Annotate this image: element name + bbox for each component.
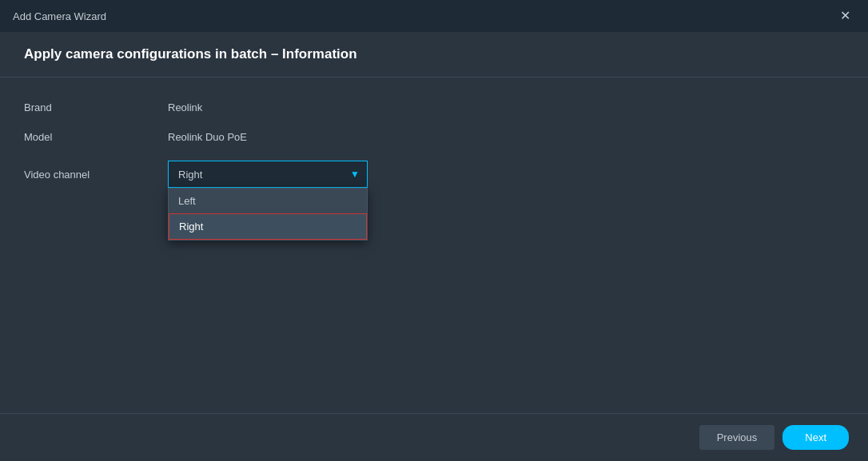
next-button[interactable]: Next [782, 425, 849, 450]
select-current-value: Right [178, 169, 202, 181]
dialog-title: Add Camera Wizard [13, 10, 106, 22]
model-row: Model Reolink Duo PoE [24, 131, 844, 143]
brand-label: Brand [24, 101, 168, 113]
chevron-down-icon: ▼ [350, 169, 360, 180]
close-button[interactable]: ✕ [835, 8, 855, 24]
form-content: Brand Reolink Model Reolink Duo PoE Vide… [0, 77, 868, 413]
model-label: Model [24, 131, 168, 143]
dropdown-option-left[interactable]: Left [169, 189, 367, 213]
model-value: Reolink Duo PoE [168, 131, 247, 143]
dropdown-option-right[interactable]: Right [169, 213, 367, 240]
video-channel-select[interactable]: Right ▼ [168, 161, 368, 188]
dialog-footer: Previous Next [0, 413, 868, 461]
video-channel-row: Video channel Right ▼ Left Right [24, 161, 844, 188]
title-bar: Add Camera Wizard ✕ [0, 0, 868, 32]
page-title: Apply camera configurations in batch – I… [24, 46, 844, 62]
video-channel-label: Video channel [24, 169, 168, 181]
dialog-window: Add Camera Wizard ✕ Apply camera configu… [0, 0, 868, 461]
dropdown-menu: Left Right [168, 188, 368, 240]
previous-button[interactable]: Previous [699, 425, 775, 450]
brand-value: Reolink [168, 101, 202, 113]
brand-row: Brand Reolink [24, 101, 844, 113]
dialog-header: Apply camera configurations in batch – I… [0, 32, 868, 77]
video-channel-select-container: Right ▼ Left Right [168, 161, 368, 188]
